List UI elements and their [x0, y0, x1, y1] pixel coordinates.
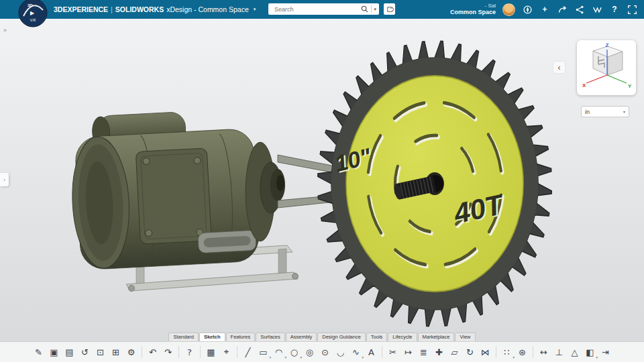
undo-icon[interactable]: ↶	[145, 344, 160, 360]
ellipse-icon[interactable]: ⊙	[317, 344, 333, 360]
mirror-icon[interactable]: ⋈	[478, 344, 493, 360]
update-icon[interactable]: ↺	[77, 344, 93, 360]
axis-z-label: Z	[606, 42, 609, 48]
tab-surfaces[interactable]: Surfaces	[256, 333, 285, 342]
units-caret-icon: ▾	[623, 109, 625, 114]
brand-3dexperience: 3DEXPERIENCE	[54, 5, 108, 13]
panel-expand-top-icon[interactable]: »	[3, 27, 7, 34]
toolbar-separator	[178, 346, 179, 358]
convert-entities-icon[interactable]: ▣	[46, 344, 62, 360]
workspace-name: Common Space	[450, 9, 496, 15]
motor-stand-front[interactable]	[126, 272, 299, 292]
viewport-canvas[interactable]: 10" 10" 40T 40T Z X Y ‹ in ▾ » ›	[0, 19, 644, 342]
primitives-icon[interactable]: ◧▾	[582, 344, 598, 360]
image-icon[interactable]: ⊡	[93, 344, 108, 360]
copy-icon[interactable]: ▱	[447, 344, 462, 360]
evaluate-icon[interactable]: ⌖	[219, 344, 234, 360]
ribbon-tab-bar: StandardSketchFeaturesSurfacesAssemblyDe…	[0, 333, 644, 342]
grid-icon[interactable]: ▦	[203, 344, 219, 360]
rectangle-icon[interactable]: ▭▾	[256, 344, 271, 360]
axis-y-label: Y	[628, 83, 632, 89]
svg-text:▶: ▶	[30, 10, 35, 16]
brand-separator: |	[111, 5, 113, 13]
settings-icon[interactable]: ⚙	[123, 344, 139, 360]
tab-tools[interactable]: Tools	[366, 333, 388, 342]
collapse-viewcube-button[interactable]: ‹	[553, 62, 565, 73]
trim-icon[interactable]: ✂	[385, 344, 400, 360]
circular-pattern-icon[interactable]: ⊛	[515, 344, 530, 360]
top-bar: 3DEXPERIENCE | SOLIDWORKS xDesign - Comm…	[0, 0, 644, 19]
smart-dimension-icon[interactable]: ↔	[536, 344, 551, 360]
toolbar-separator	[142, 346, 142, 358]
user-info[interactable]: - Sal Common Space	[450, 3, 496, 16]
compass-logo-icon: 3D ▶ V.R	[17, 0, 48, 28]
collaborate-icon[interactable]	[574, 4, 585, 15]
axis-x-label: X	[582, 82, 586, 88]
app-title[interactable]: xDesign - Common Space	[166, 5, 249, 13]
svg-text:V.R: V.R	[30, 18, 36, 22]
help-icon[interactable]: ?	[182, 344, 197, 360]
arc-icon[interactable]: ◠▾	[271, 344, 286, 360]
search-icon[interactable]	[360, 5, 369, 13]
tab-sketch[interactable]: Sketch	[199, 333, 225, 342]
panel-expand-mid-icon[interactable]: ›	[0, 173, 9, 186]
svg-text:3D: 3D	[28, 3, 33, 7]
tab-assembly[interactable]: Assembly	[286, 333, 317, 342]
sketch-icon[interactable]: ✎	[31, 344, 46, 360]
search-caret-icon[interactable]: ▾	[374, 7, 376, 12]
tag-button[interactable]	[384, 3, 395, 15]
offset-icon[interactable]: ≣	[416, 344, 431, 360]
search-input[interactable]	[273, 5, 360, 13]
units-dropdown[interactable]: in ▾	[581, 106, 629, 117]
view-cube[interactable]: Z X Y	[577, 40, 636, 95]
help-icon[interactable]: ?	[609, 4, 620, 15]
tab-features[interactable]: Features	[226, 333, 256, 342]
search-box[interactable]: ▾	[268, 3, 379, 15]
user-name: - Sal	[450, 3, 496, 9]
circle-icon[interactable]: ○▾	[286, 344, 302, 360]
instances-icon[interactable]: ⊞	[108, 344, 123, 360]
tab-marketplace[interactable]: Marketplace	[418, 333, 455, 342]
conic-icon[interactable]: ◡	[333, 344, 348, 360]
search-divider	[371, 5, 372, 13]
extend-icon[interactable]: ↦	[400, 344, 416, 360]
constraints-icon[interactable]: ⊥	[551, 344, 567, 360]
threedexperience-logo[interactable]: 3D ▶ V.R	[17, 0, 48, 28]
motor[interactable]	[68, 108, 260, 270]
save-icon[interactable]: ▤	[62, 344, 77, 360]
tag-icon	[386, 5, 394, 13]
avatar[interactable]	[502, 3, 515, 16]
add-icon[interactable]: +	[539, 4, 550, 15]
export-icon[interactable]: ⇥	[598, 344, 613, 360]
rotate-icon[interactable]: ↻	[462, 344, 478, 360]
fullscreen-icon[interactable]	[627, 4, 637, 15]
tab-view[interactable]: View	[455, 333, 475, 342]
brand-solidworks: SOLIDWORKS	[115, 5, 164, 13]
units-value: in	[585, 109, 590, 115]
line-icon[interactable]: ╱	[240, 344, 256, 360]
redo-icon[interactable]: ↷	[160, 344, 176, 360]
brand: 3DEXPERIENCE | SOLIDWORKS xDesign - Comm…	[54, 0, 256, 19]
tab-design-guidance[interactable]: Design Guidance	[317, 333, 366, 342]
perimeter-circle-icon[interactable]: ◎	[302, 344, 317, 360]
share-icon[interactable]	[557, 4, 568, 15]
linear-pattern-icon[interactable]: ∷▾	[499, 344, 515, 360]
text-icon[interactable]: A	[364, 344, 379, 360]
move-icon[interactable]: ✚	[431, 344, 447, 360]
compass-icon[interactable]	[522, 4, 533, 15]
sketch-toolbar: ✎▣▤↺⊡⊞⚙↶↷?▦⌖╱▭▾◠▾○▾◎⊙◡∿▾A✂↦≣✚▱↻⋈∷▾⊛↔⊥△◧▾…	[0, 341, 644, 362]
view-cube-icon: Z X Y	[577, 40, 636, 95]
tab-standard[interactable]: Standard	[168, 333, 198, 342]
toolbar-separator	[237, 346, 237, 358]
app-title-caret-icon[interactable]: ▾	[254, 7, 256, 12]
3d-scene[interactable]: 10" 10" 40T 40T	[0, 19, 644, 331]
tab-lifecycle[interactable]: Lifecycle	[388, 333, 417, 342]
reference-icon[interactable]: △	[567, 344, 582, 360]
toolbar-separator	[533, 346, 533, 358]
toolbar-separator	[496, 346, 496, 358]
spline-icon[interactable]: ∿▾	[348, 344, 364, 360]
toolbar-separator	[382, 346, 382, 358]
toolbar-separator	[200, 346, 201, 358]
assistant-icon[interactable]	[592, 4, 602, 15]
